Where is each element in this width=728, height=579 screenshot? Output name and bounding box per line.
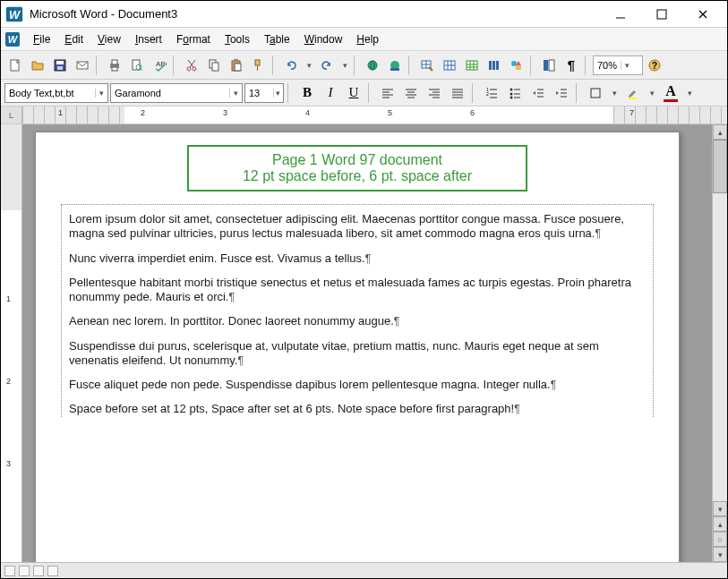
undo-button[interactable] — [280, 55, 302, 76]
document-viewport[interactable]: Page 1 Word 97 document 12 pt space befo… — [22, 124, 712, 562]
new-button[interactable] — [4, 55, 26, 76]
web-toolbar-button[interactable] — [384, 55, 406, 76]
svg-rect-15 — [112, 67, 117, 71]
excel-button[interactable] — [461, 55, 483, 76]
svg-rect-91 — [591, 89, 600, 98]
bold-button[interactable]: B — [296, 82, 318, 104]
vertical-scrollbar[interactable]: ▴ ▾ ▴ ○ ▾ — [712, 124, 727, 562]
font-combo[interactable]: ▾ — [110, 83, 243, 103]
mail-button[interactable] — [72, 55, 93, 76]
bullets-button[interactable] — [504, 82, 526, 104]
document-body[interactable]: Lorem ipsum dolor sit amet, consectetuer… — [61, 204, 654, 417]
view-weblayout-button[interactable] — [19, 566, 30, 576]
preview-button[interactable] — [126, 55, 148, 76]
menu-tools[interactable]: Tools — [218, 31, 257, 47]
svg-rect-93 — [629, 98, 638, 99]
font-color-button[interactable]: A — [660, 82, 681, 104]
scroll-thumb[interactable] — [713, 140, 727, 193]
close-button[interactable] — [682, 2, 724, 27]
svg-point-79 — [510, 88, 513, 90]
view-outline-button[interactable] — [47, 566, 58, 576]
decrease-indent-button[interactable] — [527, 82, 549, 104]
prev-page-button[interactable]: ▴ — [713, 516, 727, 532]
menu-table[interactable]: Table — [257, 31, 297, 47]
align-left-button[interactable] — [377, 82, 398, 104]
italic-icon: I — [329, 85, 333, 100]
window-controls — [600, 2, 724, 27]
document-map-button[interactable] — [538, 55, 560, 76]
style-combo[interactable]: ▾ — [4, 83, 108, 103]
bullet-list-icon — [508, 86, 522, 100]
cut-button[interactable] — [181, 55, 202, 76]
align-center-button[interactable] — [400, 82, 422, 104]
scroll-down-button[interactable]: ▾ — [713, 501, 727, 516]
svg-text:W: W — [8, 34, 19, 45]
tables-borders-button[interactable] — [416, 55, 438, 76]
separator — [472, 83, 477, 103]
show-hide-button[interactable]: ¶ — [561, 55, 582, 76]
copy-button[interactable] — [203, 55, 225, 76]
style-input[interactable] — [5, 88, 95, 98]
drawing-button[interactable] — [506, 55, 527, 76]
highlight-dropdown[interactable]: ▾ — [646, 83, 658, 103]
borders-dropdown[interactable]: ▾ — [608, 83, 621, 103]
svg-rect-48 — [489, 61, 492, 70]
browse-object-button[interactable]: ○ — [713, 532, 727, 547]
save-button[interactable] — [49, 55, 71, 76]
chevron-down-icon: ▾ — [229, 89, 242, 98]
columns-button[interactable] — [484, 55, 505, 76]
menu-view[interactable]: View — [90, 31, 128, 47]
paragraph[interactable]: Lorem ipsum dolor sit amet, consectetuer… — [69, 212, 646, 242]
menu-window[interactable]: Window — [297, 31, 350, 47]
spellcheck-button[interactable]: ABC — [149, 55, 170, 76]
increase-indent-button[interactable] — [551, 82, 572, 104]
paragraph[interactable]: Pellentesque habitant morbi tristique se… — [69, 276, 646, 305]
print-button[interactable] — [104, 55, 125, 76]
menu-help[interactable]: Help — [349, 31, 386, 47]
outdent-icon — [531, 86, 545, 100]
align-right-button[interactable] — [424, 82, 445, 104]
paragraph[interactable]: Suspendisse dui purus, scelerisque at, v… — [69, 339, 646, 369]
size-combo[interactable]: ▾ — [244, 83, 284, 103]
paragraph[interactable]: Nunc viverra imperdiet enim. Fusce est. … — [69, 251, 646, 266]
paragraph[interactable]: Space before set at 12 pts, Space after … — [69, 402, 646, 416]
vertical-ruler[interactable]: 1 2 3 — [1, 124, 22, 562]
highlight-button[interactable] — [622, 82, 644, 104]
numbering-button[interactable]: 12 — [481, 82, 502, 104]
help-button[interactable]: ? — [644, 55, 665, 76]
tab-selector[interactable]: L — [1, 106, 22, 123]
menu-format[interactable]: Format — [169, 31, 218, 47]
font-color-dropdown[interactable]: ▾ — [683, 83, 696, 103]
svg-text:W: W — [9, 7, 21, 21]
menu-edit[interactable]: Edit — [57, 31, 90, 47]
borders-button[interactable] — [585, 82, 606, 104]
menu-insert[interactable]: Insert — [128, 31, 169, 47]
view-normal-button[interactable] — [4, 566, 15, 576]
size-input[interactable] — [245, 88, 273, 98]
view-print-button[interactable] — [33, 566, 44, 576]
underline-button[interactable]: U — [343, 82, 364, 104]
hyperlink-button[interactable] — [362, 55, 383, 76]
scroll-track[interactable] — [713, 193, 727, 501]
font-input[interactable] — [111, 88, 229, 98]
svg-rect-43 — [467, 61, 477, 70]
format-painter-button[interactable] — [248, 55, 270, 76]
undo-dropdown[interactable]: ▾ — [303, 55, 315, 75]
paste-button[interactable] — [226, 55, 247, 76]
paragraph[interactable]: Aenean nec lorem. In porttitor. Donec la… — [69, 314, 646, 328]
horizontal-ruler[interactable]: 1 2 3 4 5 6 7 — [22, 106, 727, 123]
paragraph[interactable]: Fusce aliquet pede non pede. Suspendisse… — [69, 378, 646, 392]
open-button[interactable] — [27, 55, 48, 76]
maximize-button[interactable] — [641, 2, 682, 27]
next-page-button[interactable]: ▾ — [713, 547, 727, 562]
scroll-up-button[interactable]: ▴ — [713, 124, 727, 140]
redo-dropdown[interactable]: ▾ — [338, 55, 351, 75]
redo-button[interactable] — [316, 55, 338, 76]
zoom-combo[interactable]: 70% ▾ — [593, 55, 643, 75]
menu-file[interactable]: File — [26, 31, 57, 47]
italic-button[interactable]: I — [320, 82, 341, 104]
pilcrow-mark: ¶ — [551, 379, 556, 391]
minimize-button[interactable] — [600, 2, 641, 27]
justify-button[interactable] — [447, 82, 468, 104]
insert-table-button[interactable] — [439, 55, 460, 76]
